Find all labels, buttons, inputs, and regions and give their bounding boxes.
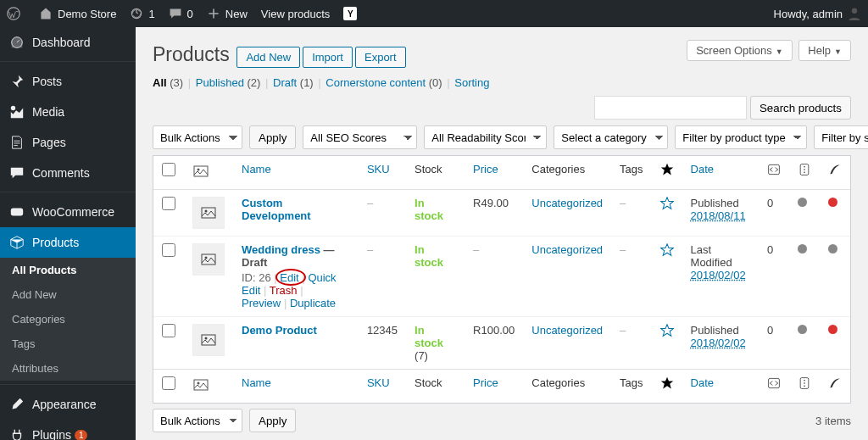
duplicate-link[interactable]: Duplicate	[290, 297, 336, 309]
svg-rect-10	[194, 166, 208, 176]
col-price[interactable]: Price	[473, 163, 498, 175]
row-checkbox[interactable]	[162, 324, 175, 337]
tags-cell: –	[611, 236, 651, 316]
sidebar-item-media[interactable]: Media	[0, 97, 136, 127]
row-checkbox[interactable]	[162, 197, 175, 210]
col-date[interactable]: Date	[691, 163, 714, 175]
stock-status-filter[interactable]: Filter by stock status	[814, 125, 868, 149]
col-date[interactable]: Date	[691, 376, 714, 389]
sidebar-item-pages[interactable]: Pages	[0, 127, 136, 158]
sidebar-item-label: Plugins	[32, 428, 71, 440]
seo-score-filter[interactable]: All SEO Scores	[303, 125, 417, 149]
sidebar-item-label: Appearance	[32, 398, 97, 411]
price-cell: R49.00	[465, 190, 523, 236]
bulk-actions-select-bottom[interactable]: Bulk Actions	[153, 409, 242, 432]
apply-bulk-button[interactable]: Apply	[249, 125, 296, 149]
updates[interactable]: 1	[123, 0, 161, 27]
sidebar-item-appearance[interactable]: Appearance	[0, 389, 136, 420]
comments[interactable]: 0	[162, 0, 200, 27]
col-price[interactable]: Price	[473, 376, 498, 389]
sidebar-item-label: WooCommerce	[32, 205, 114, 219]
product-title-link[interactable]: Demo Product	[242, 324, 317, 337]
product-type-filter[interactable]: Filter by product type	[675, 125, 807, 149]
col-sku[interactable]: SKU	[367, 163, 390, 175]
preview-link[interactable]: Preview	[242, 297, 281, 309]
product-title-link[interactable]: Wedding dress	[242, 243, 320, 256]
tags-cell: –	[611, 190, 651, 236]
featured-toggle[interactable]	[660, 247, 674, 259]
help-button[interactable]: Help▼	[798, 40, 851, 61]
svg-point-18	[205, 210, 208, 213]
readability-dot	[828, 198, 837, 207]
submenu-categories[interactable]: Categories	[0, 307, 136, 331]
readability-filter[interactable]: All Readability Scores	[424, 125, 547, 149]
view-sorting[interactable]: Sorting	[454, 76, 489, 89]
sidebar-item-dashboard[interactable]: Dashboard	[0, 27, 136, 58]
svg-point-15	[804, 169, 805, 170]
product-title-link[interactable]: Custom Development	[242, 197, 311, 222]
new-content[interactable]: New	[200, 0, 254, 27]
svg-rect-3	[11, 209, 23, 216]
category-link[interactable]: Uncategorized	[531, 243, 603, 256]
featured-toggle[interactable]	[660, 200, 674, 213]
category-link[interactable]: Uncategorized	[531, 324, 603, 337]
select-all-checkbox[interactable]	[162, 376, 175, 390]
tablenav-bottom: Bulk Actions Apply 3 items	[153, 404, 851, 437]
sidebar-item-label: Dashboard	[32, 36, 91, 49]
view-all[interactable]: All	[153, 76, 167, 89]
export-button[interactable]: Export	[355, 47, 406, 68]
dashboard-icon	[8, 34, 25, 51]
seo-score-dot	[798, 198, 807, 207]
links-icon	[767, 166, 781, 179]
date-link[interactable]: 2018/02/02	[691, 337, 746, 349]
sidebar-item-posts[interactable]: Posts	[0, 66, 136, 97]
col-sku[interactable]: SKU	[367, 376, 390, 389]
category-filter[interactable]: Select a category	[554, 125, 668, 149]
svg-point-22	[205, 337, 208, 340]
view-filters: All (3) | Published (2) | Draft (1) | Co…	[153, 76, 851, 89]
search-button[interactable]: Search products	[750, 96, 851, 120]
search-input[interactable]	[594, 96, 747, 120]
product-thumbnail[interactable]	[192, 243, 225, 276]
submenu-attributes[interactable]: Attributes	[0, 356, 136, 381]
wp-logo[interactable]	[0, 0, 32, 27]
sidebar-item-comments[interactable]: Comments	[0, 158, 136, 188]
site-name[interactable]: Demo Store	[32, 0, 123, 27]
add-new-button[interactable]: Add New	[236, 47, 300, 68]
col-categories: Categories	[523, 156, 611, 190]
links-count: 0	[759, 316, 789, 369]
date-link[interactable]: 2018/08/11	[691, 209, 746, 222]
import-button[interactable]: Import	[303, 47, 353, 68]
sidebar-item-woocommerce[interactable]: WooCommerce	[0, 197, 136, 227]
apply-bulk-button-bottom[interactable]: Apply	[249, 409, 296, 432]
product-thumbnail[interactable]	[192, 197, 225, 229]
submenu-all-products[interactable]: All Products	[0, 258, 136, 282]
select-all-checkbox[interactable]	[162, 163, 175, 176]
screen-options-button[interactable]: Screen Options▼	[687, 40, 793, 61]
view-cornerstone[interactable]: Cornerstone content	[326, 76, 426, 89]
yoast-menu[interactable]: Y	[337, 0, 364, 27]
page-icon	[8, 134, 25, 151]
product-thumbnail[interactable]	[192, 324, 225, 356]
featured-toggle[interactable]	[660, 327, 674, 340]
category-link[interactable]: Uncategorized	[531, 197, 603, 209]
sidebar-item-label: Pages	[32, 136, 66, 149]
view-published[interactable]: Published	[196, 76, 244, 89]
view-draft[interactable]: Draft	[273, 76, 297, 89]
bulk-actions-select[interactable]: Bulk Actions	[153, 125, 242, 149]
date-link[interactable]: 2018/02/02	[691, 269, 746, 281]
howdy[interactable]: Howdy, admin	[767, 0, 868, 27]
woo-icon	[8, 203, 25, 220]
submenu-tags[interactable]: Tags	[0, 331, 136, 356]
sidebar-item-products[interactable]: Products	[0, 227, 136, 258]
view-products[interactable]: View products	[254, 0, 337, 27]
row-checkbox[interactable]	[162, 243, 175, 257]
col-name[interactable]: Name	[242, 163, 271, 175]
edit-link[interactable]: Edit	[280, 271, 298, 284]
sidebar-item-plugins[interactable]: Plugins1	[0, 420, 136, 440]
seo-score-dot	[798, 244, 807, 253]
submenu-add-new[interactable]: Add New	[0, 282, 136, 307]
star-icon	[660, 166, 674, 179]
trash-link[interactable]: Trash	[270, 284, 298, 297]
col-name[interactable]: Name	[242, 376, 271, 389]
